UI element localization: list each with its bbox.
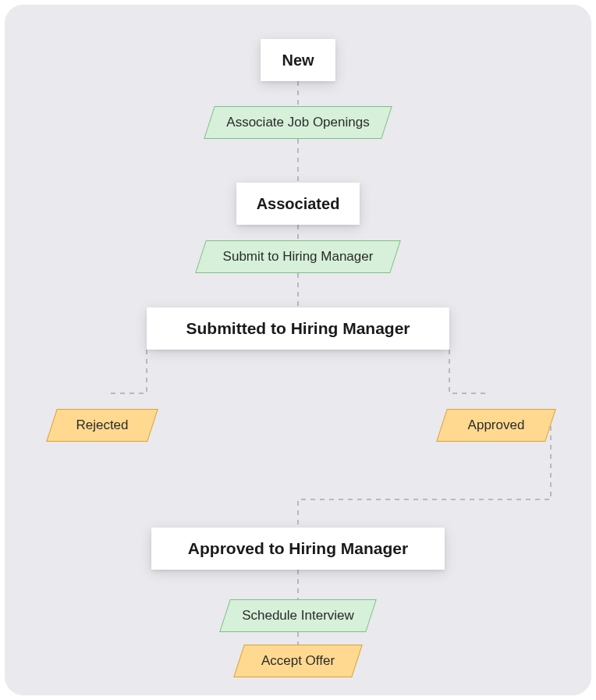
state-label: Approved to Hiring Manager: [188, 539, 408, 558]
action-label: Submit to Hiring Manager: [223, 249, 374, 265]
action-accept-offer: Accept Offer: [239, 645, 357, 677]
action-label: Schedule Interview: [242, 608, 354, 624]
state-submitted-hiring-manager: Submitted to Hiring Manager: [147, 307, 449, 350]
flowchart-canvas: New Associate Job Openings Associated Su…: [5, 5, 591, 695]
state-label: Associated: [257, 195, 340, 213]
action-schedule-interview: Schedule Interview: [225, 599, 371, 632]
state-new: New: [261, 39, 335, 81]
action-label: Rejected: [76, 418, 128, 433]
action-label: Associate Job Openings: [226, 115, 369, 130]
state-approved-hiring-manager: Approved to Hiring Manager: [151, 528, 445, 570]
state-label: New: [282, 52, 314, 69]
action-label: Approved: [468, 418, 525, 433]
state-label: Submitted to Hiring Manager: [186, 319, 410, 338]
state-associated: Associated: [236, 183, 360, 225]
action-associate-job-openings: Associate Job Openings: [209, 106, 387, 139]
action-submit-hiring-manager: Submit to Hiring Manager: [200, 240, 396, 273]
action-label: Accept Offer: [261, 653, 335, 669]
action-rejected: Rejected: [51, 409, 153, 442]
action-approved: Approved: [442, 409, 551, 442]
